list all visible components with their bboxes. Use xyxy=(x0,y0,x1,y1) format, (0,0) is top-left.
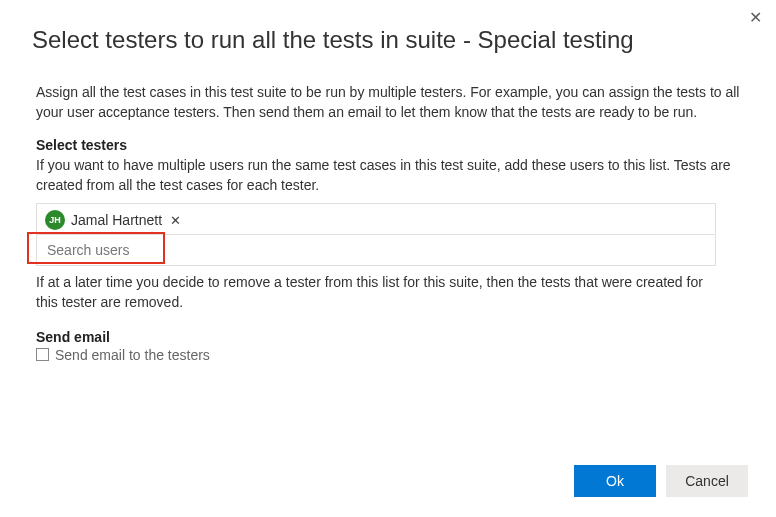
tester-chip[interactable]: JH Jamal Hartnett ✕ xyxy=(45,210,181,230)
search-users-input[interactable] xyxy=(37,235,715,265)
cancel-button[interactable]: Cancel xyxy=(666,465,748,497)
ok-button[interactable]: Ok xyxy=(574,465,656,497)
send-email-heading: Send email xyxy=(36,329,740,345)
remove-tester-icon[interactable]: ✕ xyxy=(170,213,181,228)
dialog-footer: Ok Cancel xyxy=(574,465,748,497)
select-testers-subtext: If you want to have multiple users run t… xyxy=(36,155,740,196)
search-row xyxy=(37,234,715,265)
dialog-title: Select testers to run all the tests in s… xyxy=(0,0,776,70)
dialog-content: Assign all the test cases in this test s… xyxy=(0,70,776,363)
send-email-checkbox[interactable] xyxy=(36,348,49,361)
close-icon[interactable]: ✕ xyxy=(749,8,762,27)
removal-note: If at a later time you decide to remove … xyxy=(36,272,726,313)
avatar: JH xyxy=(45,210,65,230)
dialog-description: Assign all the test cases in this test s… xyxy=(36,82,740,123)
testers-picker: JH Jamal Hartnett ✕ xyxy=(36,203,716,266)
send-email-label: Send email to the testers xyxy=(55,347,210,363)
selected-testers-row: JH Jamal Hartnett ✕ xyxy=(37,204,715,234)
assign-testers-dialog: ✕ Select testers to run all the tests in… xyxy=(0,0,776,517)
tester-name: Jamal Hartnett xyxy=(71,212,162,228)
send-email-row: Send email to the testers xyxy=(36,347,740,363)
select-testers-heading: Select testers xyxy=(36,137,740,153)
